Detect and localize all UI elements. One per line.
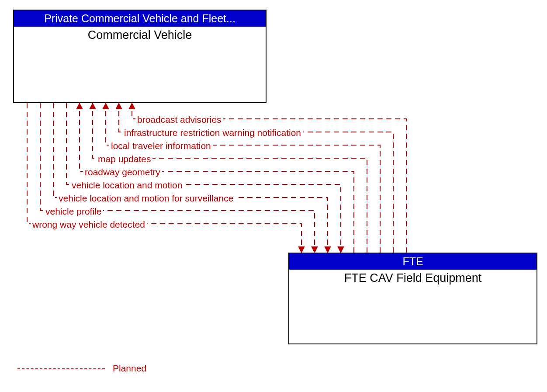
flow-path: [53, 103, 328, 253]
entity-title: Commercial Vehicle: [14, 27, 266, 42]
flow-path: [119, 103, 393, 253]
flow-path: [27, 103, 301, 253]
legend-line-planned: [17, 368, 105, 369]
flow-path: [40, 103, 315, 253]
entity-header: FTE: [289, 253, 537, 270]
flow-label: wrong way vehicle detected: [31, 219, 147, 229]
flow-label: map updates: [96, 154, 152, 164]
flow-path: [106, 103, 380, 253]
flow-path: [80, 103, 354, 253]
flow-label: broadcast advisories: [135, 114, 223, 125]
entity-box-fte-cav: FTE FTE CAV Field Equipment: [288, 253, 537, 344]
flow-label: vehicle profile: [44, 206, 103, 216]
flow-path: [66, 103, 341, 253]
flow-label: local traveler information: [109, 141, 213, 151]
flow-path: [93, 103, 367, 253]
legend-label-planned: Planned: [113, 363, 146, 374]
flow-label: vehicle location and motion for surveill…: [57, 193, 235, 203]
flow-label: vehicle location and motion: [70, 180, 184, 190]
flow-path: [132, 103, 406, 253]
flow-label: infrastructure restriction warning notif…: [122, 128, 303, 138]
entity-header: Private Commercial Vehicle and Fleet...: [14, 10, 266, 27]
entity-box-commercial-vehicle: Private Commercial Vehicle and Fleet... …: [13, 10, 267, 103]
flow-label: roadway geometry: [83, 167, 162, 177]
entity-title: FTE CAV Field Equipment: [289, 270, 537, 285]
